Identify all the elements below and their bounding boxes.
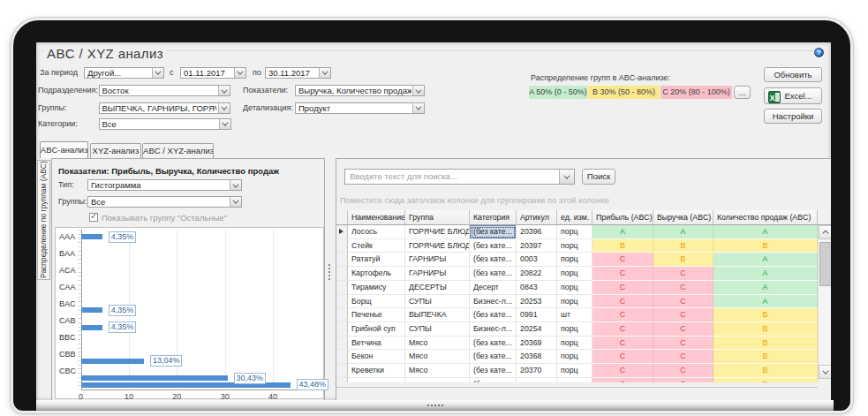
cell-sku[interactable]: 0991: [517, 308, 557, 322]
show-others-checkbox[interactable]: ✓: [89, 213, 98, 222]
search-input[interactable]: Введите текст для поиска...: [344, 169, 575, 185]
cell-category[interactable]: (без кате...: [470, 350, 517, 364]
cell-category[interactable]: (без кате...: [470, 225, 517, 239]
table-row[interactable]: ВетчинаМясо(без кате...20369порцCCB: [336, 337, 818, 351]
cell-name[interactable]: Печенье: [348, 308, 405, 322]
cell-name[interactable]: [348, 378, 405, 382]
period-select[interactable]: Другой...: [84, 67, 164, 79]
cell-sku[interactable]: 20822: [517, 267, 557, 281]
cell-group[interactable]: ГАРНИРЫ: [405, 267, 470, 281]
chart-groups-select[interactable]: Все: [87, 196, 242, 208]
cell-sku[interactable]: 0003: [517, 253, 557, 267]
cell-name[interactable]: Ветчина: [348, 337, 405, 351]
cell-revenue-abc[interactable]: C: [653, 378, 713, 382]
cell-profit-abc[interactable]: C: [593, 253, 653, 267]
cell-profit-abc[interactable]: B: [593, 239, 653, 253]
cell-profit-abc[interactable]: C: [593, 322, 653, 337]
cell-sku[interactable]: 0843: [517, 281, 557, 295]
departments-select[interactable]: Восток: [99, 85, 230, 96]
column-header[interactable]: Артикул: [517, 210, 557, 225]
cell-name[interactable]: Картофель: [348, 267, 405, 281]
cell-revenue-abc[interactable]: C: [653, 350, 713, 364]
cell-revenue-abc[interactable]: C: [653, 364, 713, 378]
cell-sku[interactable]: 20369: [517, 337, 557, 351]
cell-sales-abc[interactable]: A: [713, 281, 818, 295]
cell-name[interactable]: Бекон: [348, 350, 405, 364]
chevron-down-icon[interactable]: [319, 68, 330, 78]
cell-profit-abc[interactable]: C: [593, 364, 653, 378]
groups-select[interactable]: ВЫПЕЧКА, ГАРНИРЫ, ГОРЯЧИЕ Б...: [99, 102, 230, 114]
excel-button[interactable]: X Excel...: [764, 87, 822, 104]
chevron-down-icon[interactable]: [230, 180, 241, 190]
table-row[interactable]: РататуйГАРНИРЫ(без кате...0003порцCBA: [336, 253, 818, 267]
vertical-scrollbar[interactable]: [818, 225, 831, 379]
column-header[interactable]: ед. изм.: [557, 210, 593, 225]
cell-unit[interactable]: порц: [557, 239, 593, 253]
cell-profit-abc[interactable]: A: [593, 225, 653, 239]
cell-profit-abc[interactable]: C: [593, 267, 653, 281]
table-row[interactable]: Грибной супСУПЫБизнес-л...20254порцCCB: [336, 322, 818, 337]
cell-unit[interactable]: порц: [557, 225, 593, 239]
column-header[interactable]: Категория: [470, 210, 517, 225]
cell-group[interactable]: [405, 378, 470, 382]
cell-name[interactable]: Лосось: [348, 225, 405, 239]
cell-name[interactable]: Креветки: [348, 364, 405, 378]
chevron-down-icon[interactable]: [559, 170, 574, 184]
scroll-down-button[interactable]: [819, 365, 831, 379]
search-button[interactable]: Поиск: [582, 169, 615, 185]
cell-sales-abc[interactable]: B: [713, 337, 818, 351]
cell-name[interactable]: Рататуй: [348, 253, 405, 267]
tab-0[interactable]: ABC-анализ: [40, 141, 89, 158]
chevron-down-icon[interactable]: [234, 68, 245, 78]
column-header[interactable]: Группа: [405, 210, 470, 225]
cell-category[interactable]: (без кате...: [470, 337, 517, 351]
cell-sku[interactable]: 20370: [517, 364, 557, 378]
cell-sales-abc[interactable]: A: [713, 267, 818, 281]
refresh-button[interactable]: Обновить: [764, 67, 822, 82]
cell-sales-abc[interactable]: B: [713, 308, 818, 322]
chevron-down-icon[interactable]: [152, 68, 163, 78]
cell-sku[interactable]: 20253: [517, 295, 557, 309]
splitter-handle[interactable]: [328, 264, 330, 280]
cell-group[interactable]: СУПЫ: [405, 322, 470, 337]
date-to-select[interactable]: 30.11.2017: [265, 67, 331, 79]
chevron-down-icon[interactable]: [219, 119, 230, 129]
cell-revenue-abc[interactable]: C: [653, 337, 713, 351]
cell-group[interactable]: Мясо: [405, 364, 470, 378]
cell-group[interactable]: СУПЫ: [405, 295, 470, 309]
side-tab-distribution[interactable]: Распределение по группам (ABC): [37, 160, 50, 280]
cell-unit[interactable]: шт: [557, 308, 593, 322]
cell-profit-abc[interactable]: C: [593, 378, 653, 382]
cell-sku[interactable]: 20396: [517, 225, 557, 239]
scrollbar-thumb[interactable]: [819, 242, 832, 286]
cell-sales-abc[interactable]: A: [713, 253, 818, 267]
cell-sku[interactable]: 20368: [517, 350, 557, 364]
cell-sales-abc[interactable]: B: [713, 364, 818, 378]
cell-category[interactable]: Десерт: [470, 281, 517, 295]
cell-name[interactable]: Грибной суп: [348, 322, 405, 337]
cell-group[interactable]: ГОРЯЧИЕ БЛЮДА: [405, 239, 470, 253]
cell-unit[interactable]: порц: [557, 267, 593, 281]
cell-group[interactable]: ГОРЯЧИЕ БЛЮДА: [405, 225, 470, 239]
cell-unit[interactable]: порц: [557, 337, 593, 351]
cell-sku[interactable]: [517, 378, 557, 382]
table-row[interactable]: ПеченьеВЫПЕЧКА(без кате...0991штCCB: [336, 308, 818, 322]
cell-sales-abc[interactable]: A: [713, 225, 818, 239]
cell-category[interactable]: Бизнес-л...: [470, 295, 517, 309]
cell-sales-abc[interactable]: B: [713, 350, 818, 364]
cell-profit-abc[interactable]: C: [593, 308, 653, 322]
tab-1[interactable]: XYZ-анализ: [90, 143, 142, 158]
detail-select[interactable]: Продукт: [295, 102, 425, 114]
cell-sales-abc[interactable]: A: [713, 295, 818, 309]
cell-profit-abc[interactable]: C: [593, 337, 653, 351]
cell-category[interactable]: (без кате...: [470, 308, 517, 322]
cell-sales-abc[interactable]: B: [713, 378, 818, 382]
cell-unit[interactable]: порц: [557, 322, 593, 337]
column-header[interactable]: Прибыль (ABC): [593, 210, 653, 225]
cell-unit[interactable]: [557, 378, 593, 382]
cell-unit[interactable]: порц: [557, 364, 593, 378]
date-from-select[interactable]: 01.11.2017: [180, 67, 246, 79]
categories-select[interactable]: Все: [99, 118, 231, 130]
chevron-down-icon[interactable]: [230, 197, 241, 207]
cell-group[interactable]: Мясо: [405, 350, 470, 364]
